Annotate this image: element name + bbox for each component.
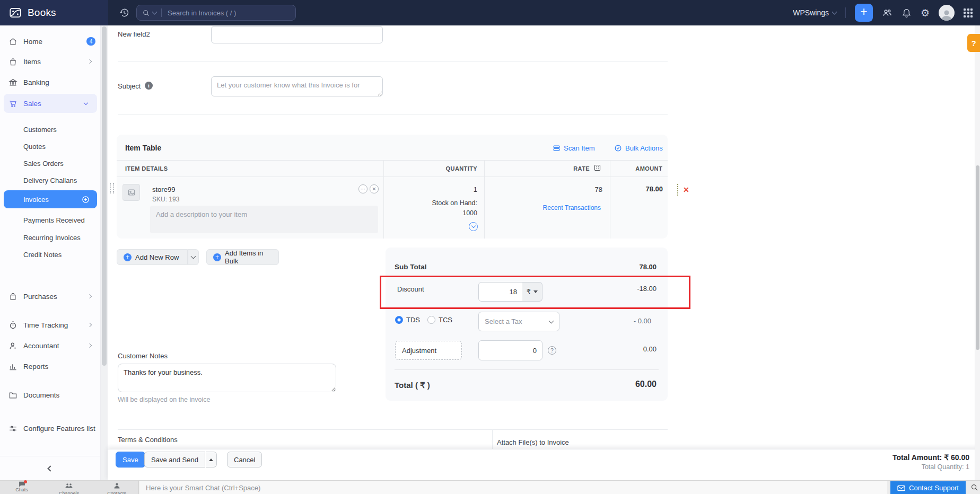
discount-label: Discount [397, 285, 424, 293]
totals-divider [395, 369, 659, 370]
add-new-row-dropdown-button[interactable] [188, 249, 199, 265]
sidebar-scrollbar[interactable] [101, 25, 108, 480]
search-placeholder: Search in Invoices ( / ) [168, 9, 236, 17]
main-scrollbar[interactable] [975, 25, 980, 480]
item-quantity[interactable]: 1 [424, 186, 477, 193]
app-logo[interactable]: Books [0, 0, 108, 25]
adjustment-help-icon[interactable]: ? [548, 346, 556, 355]
tax-select-dropdown[interactable]: Select a Tax [478, 312, 559, 331]
sidebar-item-recurring-invoices[interactable]: Recurring Invoices [0, 230, 101, 245]
adjustment-input[interactable] [478, 340, 542, 360]
section-vertical-divider [492, 430, 493, 449]
apps-grid-icon[interactable] [964, 8, 973, 17]
new-field2-input[interactable] [211, 26, 383, 43]
customer-notes-input[interactable]: Thanks for your business. [118, 364, 336, 392]
add-items-in-bulk-button[interactable]: + Add Items in Bulk [206, 249, 279, 265]
home-badge: 4 [86, 37, 95, 46]
sidebar-scrollbar-thumb[interactable] [102, 27, 107, 366]
tax-amount: - 0.00 [552, 317, 651, 325]
global-search[interactable]: Search in Invoices ( / ) [136, 5, 296, 21]
discount-amount: -18.00 [557, 285, 657, 293]
user-avatar[interactable] [939, 5, 955, 21]
adjustment-label-box[interactable]: Adjustment [395, 341, 462, 360]
tds-label: TDS [406, 316, 420, 324]
help-tab[interactable]: ? [967, 34, 980, 52]
sidebar-item-banking[interactable]: Banking [0, 74, 101, 91]
sidebar-item-customers[interactable]: Customers [0, 121, 101, 137]
item-name[interactable]: store99 [152, 186, 175, 193]
chevron-down-icon [191, 254, 196, 259]
app-name: Books [28, 7, 56, 19]
chats-button[interactable]: Chats [8, 481, 35, 492]
channels-label: Channels [59, 491, 79, 494]
item-rate[interactable]: 78 [530, 186, 602, 193]
subject-info-icon[interactable]: i [145, 82, 153, 90]
sidebar-item-home[interactable]: Home 4 [0, 33, 101, 50]
item-more-ellipsis-icon[interactable]: ⋯ [358, 184, 368, 193]
purchases-icon [8, 292, 18, 301]
smart-chat-input[interactable]: Here is your Smart Chat (Ctrl+Space) [139, 481, 887, 494]
channels-button[interactable]: Channels [56, 481, 82, 494]
contact-support-button[interactable]: Contact Support [890, 481, 966, 494]
sidebar-item-label: Sales Orders [23, 160, 64, 167]
sidebar-collapse-button[interactable] [0, 456, 101, 480]
envelope-icon [897, 485, 905, 491]
save-button[interactable]: Save [116, 452, 145, 467]
add-invoice-plus-icon[interactable] [82, 196, 90, 204]
sidebar-item-time-tracking[interactable]: Time Tracking [0, 316, 101, 333]
item-image-placeholder[interactable] [122, 184, 140, 201]
books-logo-icon [8, 6, 22, 20]
discount-unit-dropdown[interactable]: ₹ [522, 282, 542, 302]
sidebar-item-documents[interactable]: Documents [0, 386, 101, 403]
notifications-bell-icon[interactable] [902, 8, 912, 18]
cancel-button[interactable]: Cancel [227, 452, 262, 467]
save-and-send-button[interactable]: Save and Send [144, 452, 205, 467]
search-history-icon[interactable] [119, 7, 129, 20]
referral-users-icon[interactable] [882, 7, 892, 18]
tds-radio[interactable]: TDS [395, 316, 420, 324]
recent-transactions-link[interactable]: Recent Transactions [530, 204, 601, 211]
item-table-title: Item Table [125, 144, 161, 152]
sidebar-item-purchases[interactable]: Purchases [0, 288, 101, 305]
smart-chat-placeholder: Here is your Smart Chat (Ctrl+Space) [146, 484, 260, 492]
contacts-button[interactable]: Contacts [103, 481, 130, 494]
row-drag-handle[interactable] [110, 183, 114, 193]
sub-total-label: Sub Total [395, 263, 427, 271]
sidebar-item-sales-orders[interactable]: Sales Orders [0, 155, 101, 171]
sidebar-item-items[interactable]: Items [0, 53, 101, 70]
add-new-row-button[interactable]: + Add New Row [117, 249, 188, 265]
column-quantity: QUANTITY [398, 165, 477, 172]
main-scrollbar-thumb[interactable] [976, 165, 979, 350]
sidebar-item-credit-notes[interactable]: Credit Notes [0, 246, 101, 262]
sidebar-item-invoices-active[interactable]: Invoices [4, 190, 97, 208]
sidebar-item-label: Quotes [23, 143, 46, 151]
stock-expand-chevron-icon[interactable] [469, 222, 478, 231]
org-switcher[interactable]: WPSwings [793, 8, 836, 17]
sidebar-item-quotes[interactable]: Quotes [0, 138, 101, 154]
row-menu-dots-icon[interactable] [677, 184, 678, 196]
item-clear-x-icon[interactable]: ✕ [370, 184, 379, 193]
column-separator [484, 160, 485, 239]
quick-create-button[interactable]: + [855, 4, 873, 22]
chevron-right-icon [88, 343, 92, 348]
sidebar-item-label: Sales [23, 100, 41, 108]
save-and-send-dropdown-button[interactable] [206, 452, 217, 467]
discount-input[interactable] [478, 282, 523, 302]
row-delete-x-icon[interactable]: ✕ [683, 186, 689, 194]
sidebar-item-sales[interactable]: Sales [4, 94, 97, 113]
scan-item-button[interactable]: Scan Item [553, 144, 595, 152]
sidebar-item-label: Customers [23, 126, 57, 134]
sidebar-item-configure-features[interactable]: Configure Features list [0, 420, 101, 437]
chat-search-icon[interactable] [970, 483, 978, 493]
search-scope-chevron-icon[interactable] [152, 10, 158, 15]
documents-folder-icon [8, 391, 18, 400]
sidebar-item-delivery-challans[interactable]: Delivery Challans [0, 172, 101, 188]
sidebar-item-payments-received[interactable]: Payments Received [0, 212, 101, 228]
item-description-input[interactable] [150, 206, 378, 233]
subject-input[interactable] [211, 76, 383, 96]
sidebar-item-accountant[interactable]: Accountant [0, 337, 101, 354]
sidebar-item-reports[interactable]: Reports [0, 358, 101, 375]
bulk-actions-button[interactable]: Bulk Actions [614, 144, 663, 152]
settings-gear-icon[interactable]: ⚙ [921, 7, 930, 19]
tcs-radio[interactable]: TCS [427, 316, 452, 324]
